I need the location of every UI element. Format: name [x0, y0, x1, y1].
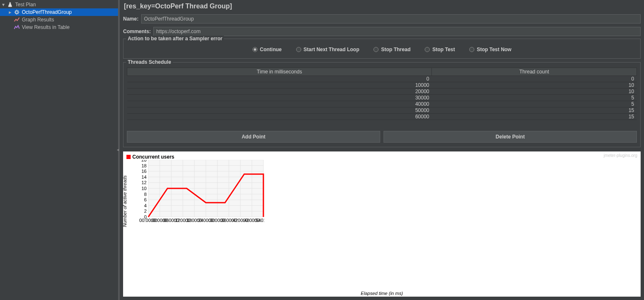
chart-watermark: jmeter-plugins.org [604, 153, 637, 158]
tree-root-test-plan[interactable]: ▾ Test Plan [0, 1, 118, 8]
table-row[interactable]: 2000010 [127, 89, 637, 95]
delete-point-button[interactable]: Delete Point [384, 131, 637, 143]
comments-value[interactable]: https://octoperf.com [153, 27, 641, 36]
name-input[interactable] [141, 14, 641, 23]
tree-item-graph-results[interactable]: Graph Results [0, 16, 118, 23]
table-row[interactable]: 6000015 [127, 114, 637, 120]
table-icon [13, 24, 20, 31]
radio-label: Stop Thread [381, 47, 410, 52]
radio-label: Start Next Thread Loop [304, 47, 360, 52]
cell-time: 30000 [127, 95, 432, 101]
radio-label: Stop Test Now [477, 47, 511, 52]
svg-text:12: 12 [142, 180, 147, 185]
svg-text:6: 6 [144, 197, 147, 202]
gear-icon [13, 9, 20, 16]
legend-label: Concurrent users [132, 154, 174, 160]
cell-time: 0 [127, 76, 432, 82]
splitter-grip-icon[interactable]: ◂ [117, 149, 120, 152]
cell-count: 15 [432, 107, 637, 114]
cell-count: 0 [432, 76, 637, 82]
tree-item-label: Graph Results [22, 17, 54, 23]
svg-text:14: 14 [142, 175, 147, 180]
svg-text:16: 16 [142, 169, 147, 174]
schedule-legend: Threads Schedule [126, 59, 173, 65]
radio-label: Stop Test [432, 47, 455, 52]
svg-point-0 [16, 11, 18, 13]
radio-stop-test[interactable]: Stop Test [425, 47, 455, 52]
chevron-right-icon: ▸ [8, 10, 13, 15]
cell-time: 10000 [127, 82, 432, 89]
table-row[interactable]: 300005 [127, 95, 637, 101]
chevron-right-icon [8, 25, 13, 30]
svg-text:8: 8 [144, 192, 147, 197]
chevron-down-icon: ▾ [1, 2, 6, 7]
tree-item-label: OctoPerfThreadGroup [22, 9, 72, 15]
navigation-tree: ▾ Test Plan ▸OctoPerfThreadGroupGraph Re… [0, 0, 120, 300]
threads-schedule-group: Threads Schedule Time in milliseconds Th… [123, 62, 641, 147]
svg-text:2: 2 [144, 209, 147, 214]
main-panel: [res_key=OctoPerf Thread Group] Name: Co… [120, 0, 644, 300]
radio-label: Continue [260, 47, 282, 52]
table-row[interactable]: 400005 [127, 101, 637, 107]
radio-icon [425, 47, 430, 52]
radio-continue[interactable]: Continue [252, 47, 282, 52]
legend-swatch-icon [126, 155, 131, 159]
radio-icon [469, 47, 474, 52]
page-title: [res_key=OctoPerf Thread Group] [120, 0, 644, 13]
tree-item-octoperfthreadgroup[interactable]: ▸OctoPerfThreadGroup [0, 8, 118, 16]
name-label: Name: [123, 16, 141, 22]
cell-time: 20000 [127, 89, 432, 95]
radio-icon [252, 47, 258, 52]
chart-x-label: Elapsed time (in ms) [361, 291, 403, 296]
table-row[interactable]: 00 [127, 76, 637, 82]
thread-chart: Concurrent users jmeter-plugins.org Numb… [123, 151, 641, 297]
table-row[interactable]: 5000015 [127, 107, 637, 114]
action-on-error-group: Action to be taken after a Sampler error… [123, 39, 641, 59]
cell-count: 10 [432, 89, 637, 95]
cell-time: 40000 [127, 101, 432, 107]
schedule-table[interactable]: Time in milliseconds Thread count 001000… [127, 68, 637, 120]
svg-text:20: 20 [142, 160, 147, 162]
radio-stop-test-now[interactable]: Stop Test Now [469, 47, 511, 52]
cell-time: 60000 [127, 114, 432, 120]
chevron-right-icon [8, 17, 13, 22]
tree-item-label: View Results in Table [22, 24, 70, 30]
cell-count: 5 [432, 101, 637, 107]
cell-time: 50000 [127, 107, 432, 114]
schedule-col-time: Time in milliseconds [127, 68, 432, 76]
svg-text:4: 4 [144, 203, 147, 208]
radio-icon [373, 47, 379, 52]
cell-count: 15 [432, 114, 637, 120]
chart-y-label: Number of active threads [122, 175, 127, 227]
chart-plot: 0246810121416182000:00:0000:00:0600:00:1… [138, 160, 264, 223]
tree-item-view-results-in-table[interactable]: View Results in Table [0, 23, 118, 31]
svg-text:00:01:00: 00:01:00 [255, 218, 264, 223]
tree-root-label: Test Plan [15, 2, 36, 8]
svg-text:18: 18 [142, 163, 147, 168]
radio-icon [296, 47, 301, 52]
table-row[interactable]: 1000010 [127, 82, 637, 89]
comments-label: Comments: [123, 29, 153, 34]
chart-legend: Concurrent users [126, 154, 174, 160]
action-legend: Action to be taken after a Sampler error [126, 36, 224, 42]
radio-start-next-thread-loop[interactable]: Start Next Thread Loop [296, 47, 360, 52]
radio-stop-thread[interactable]: Stop Thread [373, 47, 410, 52]
flask-icon [7, 1, 13, 8]
cell-count: 5 [432, 95, 637, 101]
svg-text:10: 10 [142, 186, 147, 191]
cell-count: 10 [432, 82, 637, 89]
add-point-button[interactable]: Add Point [127, 131, 380, 143]
schedule-col-count: Thread count [432, 68, 637, 76]
graph-icon [13, 16, 20, 23]
